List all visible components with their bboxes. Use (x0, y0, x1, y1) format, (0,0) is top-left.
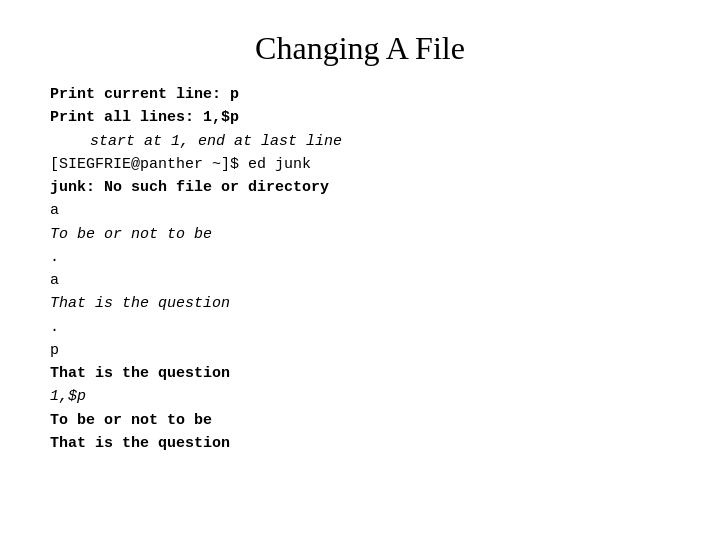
content-line: That is the question (50, 292, 670, 315)
content-line: start at 1, end at last line (50, 130, 670, 153)
slide-title: Changing A File (50, 30, 670, 67)
content-line: Print current line: p (50, 83, 670, 106)
content-line: p (50, 339, 670, 362)
content-line: To be or not to be (50, 223, 670, 246)
content-line: a (50, 199, 670, 222)
content-line: a (50, 269, 670, 292)
content-line: To be or not to be (50, 409, 670, 432)
content-line: . (50, 246, 670, 269)
content-line: Print all lines: 1,$p (50, 106, 670, 129)
content-line: junk: No such file or directory (50, 176, 670, 199)
content-line: . (50, 316, 670, 339)
content-line: [SIEGFRIE@panther ~]$ ed junk (50, 153, 670, 176)
content-line: 1,$p (50, 385, 670, 408)
content-line: That is the question (50, 362, 670, 385)
content-line: That is the question (50, 432, 670, 455)
content-area: Print current line: pPrint all lines: 1,… (50, 83, 670, 455)
slide: Changing A File Print current line: pPri… (0, 0, 720, 540)
